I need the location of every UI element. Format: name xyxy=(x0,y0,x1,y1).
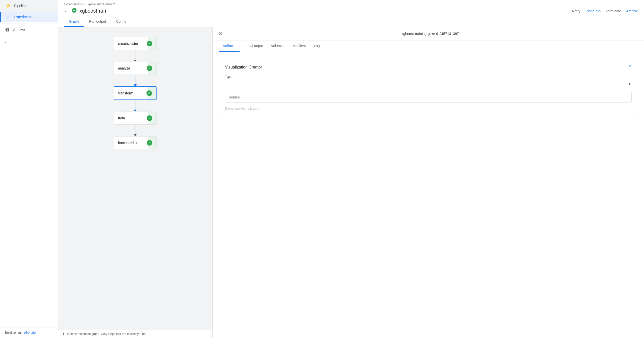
type-field: Type ▾ xyxy=(225,75,632,88)
node-check-transform: ✓ xyxy=(146,90,152,96)
detail-header: ✕ xgboost-training-gzkm9-2457131397 xyxy=(213,27,644,41)
node-label-train: train xyxy=(118,116,125,120)
archive-icon xyxy=(5,27,10,32)
pipelines-icon: ⚡ xyxy=(5,3,11,9)
connector-line-3 xyxy=(135,100,135,110)
build-label: Build commit: xyxy=(5,331,23,334)
node-label-createcluster: createcluster xyxy=(118,42,138,46)
node-label-batchpredict: batchpredict xyxy=(118,141,137,145)
connector-head-2 xyxy=(134,84,137,86)
arrow-createcluster-analyze xyxy=(134,50,137,62)
viz-card-header: Visualization Creator xyxy=(225,64,632,70)
viz-card-title: Visualization Creator xyxy=(225,65,262,70)
detail-tab-input-output[interactable]: Input/Output xyxy=(240,41,267,52)
node-label-transform: transform xyxy=(118,91,133,95)
type-select[interactable] xyxy=(225,80,632,86)
title-left: ← xgboost-run xyxy=(64,8,106,14)
sidebar-item-experiments[interactable]: Experiments xyxy=(0,12,58,22)
graph-footer-icon: ℹ xyxy=(63,332,64,336)
page-header: Experiments > Experiment Number 2 ← xgbo… xyxy=(58,0,644,27)
detail-panel: ✕ xgboost-training-gzkm9-2457131397 Arti… xyxy=(213,27,644,338)
build-commit-link[interactable]: d3c4add xyxy=(24,331,35,334)
archive-button[interactable]: Archive xyxy=(626,9,638,13)
experiments-icon xyxy=(6,15,10,19)
svg-point-0 xyxy=(72,8,77,13)
external-link-icon[interactable] xyxy=(627,64,632,70)
connector-head-3 xyxy=(134,110,137,112)
body-split: createcluster ✓ analyze ✓ xyxy=(58,27,644,338)
generate-visualization-button[interactable]: Generate Visualization xyxy=(225,107,260,111)
node-check-analyze: ✓ xyxy=(147,65,152,71)
arrow-transform-train xyxy=(134,100,137,112)
header-actions: Retry Clone run Terminate Archive xyxy=(572,9,638,13)
connector-head-1 xyxy=(134,60,137,62)
sidebar-item-pipelines[interactable]: ⚡ Pipelines xyxy=(0,0,58,12)
detail-close-button[interactable]: ✕ xyxy=(219,31,222,37)
type-label: Type xyxy=(225,75,632,79)
detail-tab-manifest[interactable]: Manifest xyxy=(288,41,310,52)
clone-run-button[interactable]: Clone run xyxy=(585,9,601,13)
main-content: Experiments > Experiment Number 2 ← xgbo… xyxy=(58,0,644,338)
tab-config[interactable]: Config xyxy=(111,17,131,27)
detail-tab-artifacts[interactable]: Artifacts xyxy=(219,41,240,52)
connector-line-4 xyxy=(135,125,135,134)
pipeline-node-transform[interactable]: transform ✓ xyxy=(114,86,157,100)
connector-line-2 xyxy=(135,75,135,84)
graph-canvas: createcluster ✓ analyze ✓ xyxy=(58,27,212,338)
sidebar-footer: Build commit: d3c4add xyxy=(0,327,58,338)
type-select-wrapper: ▾ xyxy=(225,80,632,88)
page-title: xgboost-run xyxy=(80,8,106,14)
detail-tabs: Artifacts Input/Output Volumes Manifest … xyxy=(213,41,644,52)
node-label-analyze: analyze xyxy=(118,66,130,70)
sidebar-item-archive[interactable]: Archive xyxy=(0,24,58,35)
pipeline-node-batchpredict[interactable]: batchpredict ✓ xyxy=(114,136,157,149)
sidebar-divider-1 xyxy=(0,23,58,23)
sidebar-label-archive: Archive xyxy=(13,28,25,32)
graph-footer: ℹ Runtime execution graph. Only steps th… xyxy=(58,330,212,338)
graph-panel: createcluster ✓ analyze ✓ xyxy=(58,27,213,338)
connector-line-1 xyxy=(135,50,135,60)
arrow-analyze-transform xyxy=(134,75,137,86)
pipeline-node-analyze[interactable]: analyze ✓ xyxy=(114,62,157,75)
breadcrumb-experiment-number: Experiment Number 2 xyxy=(86,3,115,6)
node-check-batchpredict: ✓ xyxy=(147,140,152,146)
breadcrumb-sep: > xyxy=(82,3,84,6)
tab-graph[interactable]: Graph xyxy=(64,17,84,27)
breadcrumb: Experiments > Experiment Number 2 xyxy=(64,3,638,6)
pipeline-node-train[interactable]: train ✓ xyxy=(114,112,157,125)
visualization-creator-card: Visualization Creator Type xyxy=(219,58,638,117)
detail-body: Visualization Creator Type xyxy=(213,52,644,123)
detail-tab-logs[interactable]: Logs xyxy=(310,41,325,52)
detail-tab-volumes[interactable]: Volumes xyxy=(267,41,289,52)
pipeline-node-createcluster[interactable]: createcluster ✓ xyxy=(114,37,157,50)
node-check-train: ✓ xyxy=(147,115,152,121)
sidebar-label-experiments: Experiments xyxy=(14,15,33,19)
connector-head-4 xyxy=(134,134,137,136)
source-input[interactable] xyxy=(225,92,632,103)
main-tabs: Graph Run output Config xyxy=(64,17,638,27)
node-check-createcluster: ✓ xyxy=(147,41,152,46)
sidebar-label-pipelines: Pipelines xyxy=(14,4,28,8)
retry-button[interactable]: Retry xyxy=(572,9,580,13)
breadcrumb-experiments[interactable]: Experiments xyxy=(64,3,81,6)
sidebar-divider-2 xyxy=(0,36,58,36)
tab-run-output[interactable]: Run output xyxy=(84,17,111,27)
run-status-icon xyxy=(71,8,77,14)
back-button[interactable]: ← xyxy=(64,8,69,14)
terminate-button[interactable]: Terminate xyxy=(606,9,621,13)
graph-footer-text: Runtime execution graph. Only steps that… xyxy=(66,332,146,336)
sidebar-collapse-btn[interactable]: ‹ xyxy=(0,37,58,47)
title-row: ← xgboost-run Retry Clone run Terminate … xyxy=(64,8,638,14)
sidebar: ⚡ Pipelines Experiments Archive ‹ Build … xyxy=(0,0,58,338)
arrow-train-batchpredict xyxy=(134,125,137,136)
detail-title: xgboost-training-gzkm9-2457131397 xyxy=(222,32,638,36)
